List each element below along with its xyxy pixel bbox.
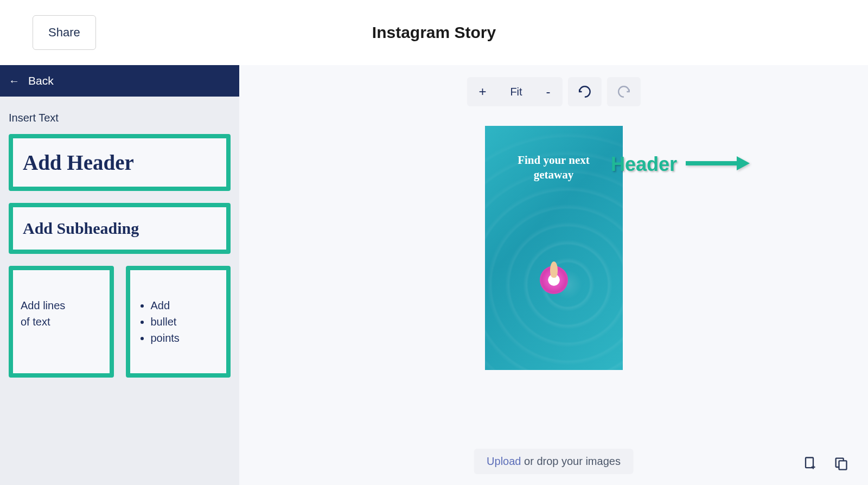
arrow-left-icon: ← — [9, 75, 20, 87]
main-area: ← Back Insert Text Add Header Add Subhea… — [0, 65, 868, 485]
add-bullets-list: Add bullet points — [138, 297, 219, 346]
undo-icon — [578, 85, 592, 99]
swimmer-illustration — [540, 266, 568, 294]
zoom-fit-button[interactable]: Fit — [506, 86, 526, 98]
add-page-button[interactable] — [799, 452, 820, 474]
zoom-in-button[interactable]: + — [474, 84, 490, 99]
arrow-right-icon — [685, 154, 750, 175]
duplicate-page-button[interactable] — [830, 452, 852, 474]
add-header-label: Add Header — [23, 150, 216, 175]
add-page-icon — [802, 456, 817, 471]
story-preview[interactable]: Find your next getaway — [485, 126, 623, 370]
svg-rect-6 — [839, 461, 847, 469]
bottom-icons — [799, 452, 852, 474]
add-header-option[interactable]: Add Header — [9, 134, 231, 191]
redo-icon — [617, 85, 631, 99]
zoom-out-button[interactable]: - — [542, 84, 555, 99]
upload-rest: or drop your images — [521, 455, 620, 467]
float-ring-icon — [540, 266, 568, 294]
add-lines-option[interactable]: Add lines of text — [9, 266, 114, 378]
svg-marker-1 — [737, 156, 750, 170]
duplicate-icon — [833, 456, 848, 471]
add-lines-line2: of text — [21, 314, 102, 330]
share-button[interactable]: Share — [33, 15, 96, 50]
add-subheading-label: Add Subheading — [23, 219, 216, 238]
canvas-toolbar: + Fit - — [467, 77, 640, 106]
canvas-area: + Fit - Find your next getaw — [239, 65, 868, 485]
insert-text-options: Add Header Add Subheading Add lines of t… — [0, 134, 239, 378]
bullet-item: points — [151, 330, 219, 346]
bullet-item: bullet — [151, 314, 219, 330]
story-header-line2: getaway — [496, 168, 612, 182]
redo-button[interactable] — [607, 77, 641, 106]
add-bullets-option[interactable]: Add bullet points — [126, 266, 231, 378]
annotation-label: Header — [611, 153, 677, 176]
add-lines-line1: Add lines — [21, 297, 102, 314]
story-header-text[interactable]: Find your next getaway — [485, 153, 623, 183]
sidebar-section-title: Insert Text — [0, 97, 239, 134]
zoom-control: + Fit - — [467, 77, 562, 106]
back-button[interactable]: ← Back — [0, 65, 239, 97]
back-label: Back — [28, 74, 54, 87]
sidebar: ← Back Insert Text Add Header Add Subhea… — [0, 65, 239, 485]
undo-button[interactable] — [568, 77, 602, 106]
annotation-callout: Header — [611, 153, 750, 176]
upload-bar[interactable]: Upload or drop your images — [474, 449, 634, 474]
bullet-item: Add — [151, 297, 219, 314]
story-header-line1: Find your next — [496, 153, 612, 168]
add-subheading-option[interactable]: Add Subheading — [9, 203, 231, 254]
topbar: Share Instagram Story — [0, 0, 868, 65]
person-icon — [550, 261, 558, 278]
page-title: Instagram Story — [0, 23, 868, 42]
svg-rect-2 — [806, 458, 813, 468]
upload-link[interactable]: Upload — [487, 455, 521, 467]
